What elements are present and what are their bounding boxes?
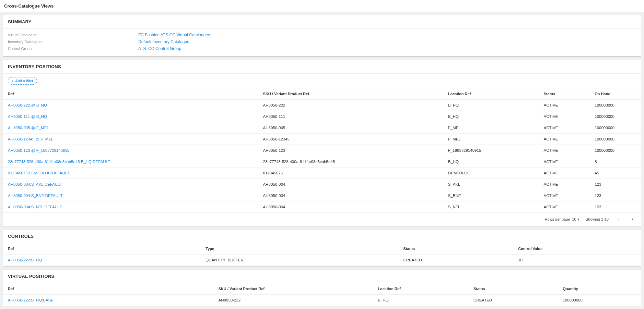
controls-col-status[interactable]: Status	[399, 243, 514, 255]
table-row: AH8050-222:B_HQ:BASEAH8050-222B_HQCREATE…	[3, 295, 641, 306]
inventory-onhand: 123	[590, 201, 641, 213]
virtual-col-status[interactable]: Status	[469, 283, 558, 295]
summary-label: Control Group	[8, 47, 138, 51]
page-size-value: 10	[572, 217, 576, 221]
add-filter-button[interactable]: + Add a filter	[8, 77, 37, 85]
inventory-ref-link[interactable]: AH8050-004:S_NTL:DEFAULT	[3, 201, 258, 213]
inventory-loc: DEMO3LOC	[443, 168, 539, 179]
inventory-ref-link[interactable]: AH8050-12345 @ F_MEL	[3, 134, 258, 145]
inventory-onhand: 45	[590, 168, 641, 179]
page-title: Cross-Catalogue Views	[0, 0, 644, 12]
plus-icon: +	[12, 79, 14, 83]
controls-type: QUANTITY_BUFFER	[201, 255, 398, 266]
table-row: AH8050-111 @ B_HQAH8050-111B_HQACTIVE100…	[3, 111, 641, 122]
virtual-loc: B_HQ	[373, 295, 469, 306]
inventory-col-status[interactable]: Status	[539, 88, 590, 100]
controls-table: Ref Type Status Control Value AH8050-222…	[3, 243, 641, 266]
virtual-qty: 100000000	[558, 295, 641, 306]
inventory-onhand: 123	[590, 179, 641, 190]
inventory-sku: AH8050-004	[258, 190, 443, 201]
table-row: AH8050-12345 @ F_MELAH8050-12345F_MELACT…	[3, 134, 641, 145]
inventory-status: ACTIVE	[539, 134, 590, 145]
inventory-ref-link[interactable]: AH8050-005 @ F_MEL	[3, 122, 258, 134]
inventory-ref-link[interactable]: AH8050-222 @ B_HQ	[3, 100, 258, 111]
inventory-sku: AH8050-12345	[258, 134, 443, 145]
virtual-status: CREATED	[469, 295, 558, 306]
inventory-status: ACTIVE	[539, 100, 590, 111]
table-row: AH8050-004:S_BNE:DEFAULTAH8050-004S_BNEA…	[3, 190, 641, 201]
inventory-sku: AH8050-123	[258, 145, 443, 156]
inventory-onhand: 100000000	[590, 100, 641, 111]
table-row: AH8050-005 @ F_MELAH8050-005F_MELACTIVE1…	[3, 122, 641, 134]
table-row: 23e77743-ff28-400a-811f-e08d3cab5e45:B_H…	[3, 156, 641, 168]
inventory-ref-link[interactable]: AH8050-004:S_BNE:DEFAULT	[3, 190, 258, 201]
table-row: AH8050-222:B_HQQUANTITY_BUFFERCREATED10	[3, 255, 641, 266]
inventory-ref-link[interactable]: 23e77743-ff28-400a-811f-e08d3cab5e45:B_H…	[3, 156, 258, 168]
rows-per-page-label: Rows per page	[545, 217, 570, 221]
inventory-ref-link[interactable]: AH8050-004:S_AKL:DEFAULT	[3, 179, 258, 190]
virtual-col-sku[interactable]: SKU / Variant Product Ref	[213, 283, 373, 295]
summary-panel: SUMMARY Virtual Catalogue FC Fashion ATS…	[3, 15, 641, 57]
inventory-status: ACTIVE	[539, 122, 590, 134]
inventory-sku: 23e77743-ff28-400a-811f-e08d3cab5e45	[258, 156, 443, 168]
virtual-ref-link[interactable]: AH8050-222:B_HQ:BASE	[3, 295, 213, 306]
inventory-status: ACTIVE	[539, 145, 590, 156]
controls-col-type[interactable]: Type	[201, 243, 398, 255]
summary-row-virtual-catalogue: Virtual Catalogue FC Fashion ATS CC Virt…	[8, 32, 636, 38]
inventory-loc: B_HQ	[443, 111, 539, 122]
inventory-loc: B_HQ	[443, 156, 539, 168]
inventory-status: ACTIVE	[539, 190, 590, 201]
inventory-sku: AH8050-004	[258, 201, 443, 213]
table-row: AH8050-123 @ F_1683729140915AH8050-123F_…	[3, 145, 641, 156]
virtual-col-loc[interactable]: Location Ref	[373, 283, 469, 295]
virtual-sku: AH8050-222	[213, 295, 373, 306]
summary-label: Inventory Catalogue	[8, 40, 138, 44]
inventory-panel: INVENTORY POSITIONS + Add a filter Ref S…	[3, 60, 641, 226]
inventory-ref-link[interactable]: 012345675:DEMO3LOC:DEFAULT	[3, 168, 258, 179]
controls-status: CREATED	[399, 255, 514, 266]
inventory-col-onhand[interactable]: On Hand	[590, 88, 641, 100]
inventory-onhand: 100000000	[590, 111, 641, 122]
inventory-onhand: 123	[590, 190, 641, 201]
inventory-loc: F_MEL	[443, 134, 539, 145]
controls-ref-link[interactable]: AH8050-222:B_HQ	[3, 255, 201, 266]
inventory-sku: AH8050-004	[258, 179, 443, 190]
next-page-button[interactable]	[629, 215, 636, 223]
prev-page-button[interactable]	[615, 215, 622, 223]
inventory-onhand: 100000000	[590, 122, 641, 134]
inventory-ref-link[interactable]: AH8050-123 @ F_1683729140915	[3, 145, 258, 156]
table-row: AH8050-004:S_NTL:DEFAULTAH8050-004S_NTLA…	[3, 201, 641, 213]
virtual-col-ref[interactable]: Ref	[3, 283, 213, 295]
showing-range: Showing 1-10	[586, 217, 609, 221]
controls-panel: CONTROLS Ref Type Status Control Value A…	[3, 229, 641, 267]
summary-link-inventory-catalogue[interactable]: Default Inventory Catalogue	[138, 39, 189, 44]
inventory-table: Ref SKU / Variant Product Ref Location R…	[3, 88, 641, 213]
chevron-down-icon: ▾	[577, 217, 579, 222]
add-filter-label: Add a filter	[15, 79, 33, 83]
inventory-col-loc[interactable]: Location Ref	[443, 88, 539, 100]
inventory-status: ACTIVE	[539, 179, 590, 190]
inventory-col-ref[interactable]: Ref	[3, 88, 258, 100]
inventory-status: ACTIVE	[539, 201, 590, 213]
inventory-loc: S_BNE	[443, 190, 539, 201]
virtual-col-qty[interactable]: Quantity	[558, 283, 641, 295]
inventory-loc: B_HQ	[443, 100, 539, 111]
inventory-loc: F_1683729140915	[443, 145, 539, 156]
controls-col-value[interactable]: Control Value	[513, 243, 641, 255]
table-row: AH8050-222 @ B_HQAH8050-222B_HQACTIVE100…	[3, 100, 641, 111]
page-size-selector[interactable]: 10 ▾	[572, 217, 579, 222]
inventory-sku: AH8050-005	[258, 122, 443, 134]
controls-col-ref[interactable]: Ref	[3, 243, 201, 255]
inventory-onhand: 100000000	[590, 134, 641, 145]
summary-row-control-group: Control Group ATS_CC Control Group	[8, 45, 636, 52]
summary-link-control-group[interactable]: ATS_CC Control Group	[138, 46, 181, 51]
pagination-bar: Rows per page 10 ▾ Showing 1-10	[3, 213, 641, 226]
inventory-col-sku[interactable]: SKU / Variant Product Ref	[258, 88, 443, 100]
inventory-loc: S_AKL	[443, 179, 539, 190]
summary-link-virtual-catalogue[interactable]: FC Fashion ATS CC Virtual Cataloguex	[138, 33, 210, 37]
inventory-ref-link[interactable]: AH8050-111 @ B_HQ	[3, 111, 258, 122]
controls-value: 10	[513, 255, 641, 266]
inventory-onhand: 100000000	[590, 145, 641, 156]
summary-heading: SUMMARY	[3, 15, 641, 29]
inventory-status: ACTIVE	[539, 168, 590, 179]
